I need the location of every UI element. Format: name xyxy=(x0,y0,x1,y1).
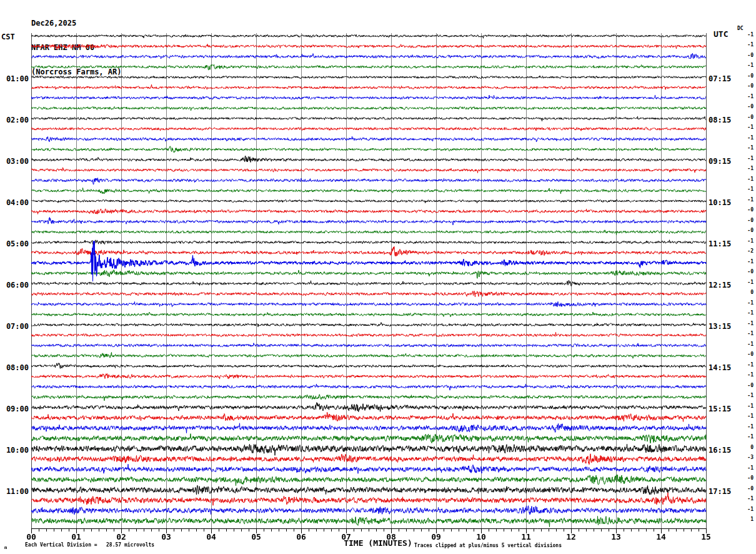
hour-label-utc: 12:15 xyxy=(709,281,737,290)
dc-value: -0 xyxy=(739,207,754,213)
hour-label-cst: 03:00 xyxy=(1,158,29,166)
dc-value: -1 xyxy=(739,94,754,99)
dc-value: -1 xyxy=(739,424,754,430)
dc-value: -1 xyxy=(739,197,754,203)
hour-label-utc: 14:15 xyxy=(709,364,737,372)
dc-value: -1 xyxy=(739,310,754,316)
dc-value: -1 xyxy=(739,341,754,347)
hour-label-cst: 06:00 xyxy=(1,281,29,290)
dc-value: -1 xyxy=(739,124,754,130)
dc-value: -0 xyxy=(739,104,754,109)
dc-value: -0 xyxy=(739,53,754,58)
dc-value: -0 xyxy=(739,83,754,89)
hour-label-cst: 10:00 xyxy=(1,446,29,455)
hour-label-utc: 13:15 xyxy=(709,323,737,331)
dc-value: -0 xyxy=(739,73,754,79)
dc-value: -0 xyxy=(739,351,754,357)
dc-column-header: DC xyxy=(737,26,744,31)
dc-value: -1 xyxy=(739,506,754,512)
dc-value: -1 xyxy=(739,403,754,409)
hour-label-utc: 16:15 xyxy=(709,446,737,455)
dc-value: -1 xyxy=(739,465,754,471)
hour-label-utc: 15:15 xyxy=(709,405,737,413)
dc-value: -0 xyxy=(739,383,754,388)
hour-label-cst: 04:00 xyxy=(1,199,29,207)
dc-value: -1 xyxy=(739,186,754,192)
dc-value: -0 xyxy=(739,218,754,223)
hour-label-utc: 11:15 xyxy=(709,240,737,248)
hour-label-cst: 01:00 xyxy=(1,75,29,83)
dc-value: -1 xyxy=(739,300,754,306)
dc-value: 0 xyxy=(739,290,754,295)
dc-value: -1 xyxy=(739,63,754,68)
dc-value: 1 xyxy=(739,516,754,522)
hour-label-cst: 11:00 xyxy=(1,488,29,496)
clipping-note: Traces clipped at plus/minus 5 vertical … xyxy=(414,543,562,548)
dc-value: -1 xyxy=(739,32,754,38)
hour-label-cst: 07:00 xyxy=(1,323,29,331)
dc-value: -1 xyxy=(739,156,754,161)
dc-value: -1 xyxy=(739,135,754,141)
dc-value: 0 xyxy=(739,445,754,450)
dc-value: -1 xyxy=(739,176,754,182)
dc-value: -0 xyxy=(739,486,754,491)
dc-value: -1 xyxy=(739,42,754,48)
dc-value: -0 xyxy=(739,475,754,481)
dc-value: -1 xyxy=(739,166,754,171)
dc-value: -1 xyxy=(739,321,754,326)
dc-value: -1 xyxy=(739,413,754,419)
dc-value: -1 xyxy=(739,145,754,151)
dc-value: -3 xyxy=(739,455,754,460)
hour-label-cst: 08:00 xyxy=(1,364,29,372)
corner-mark: m xyxy=(4,545,7,550)
hour-label-utc: 10:15 xyxy=(709,199,737,207)
hour-label-cst: 02:00 xyxy=(1,116,29,124)
vertical-division-note: Each Vertical Division = 28.57 microvolt… xyxy=(25,542,154,548)
dc-value: -1 xyxy=(739,434,754,440)
helicorder-canvas xyxy=(31,33,707,535)
dc-value: -0 xyxy=(739,269,754,274)
dc-value: -0 xyxy=(739,228,754,233)
dc-value: -1 xyxy=(739,238,754,244)
dc-value: -1 xyxy=(739,372,754,378)
dc-value: -1 xyxy=(739,259,754,264)
hour-label-cst: 05:00 xyxy=(1,240,29,248)
dc-value: -0 xyxy=(739,114,754,120)
left-timezone-label: CST xyxy=(1,33,15,41)
dc-value: -2 xyxy=(739,248,754,254)
dc-value: -1 xyxy=(739,496,754,501)
dc-value: -1 xyxy=(739,280,754,285)
dc-value: -1 xyxy=(739,362,754,368)
hour-label-utc: 08:15 xyxy=(709,116,737,124)
hour-label-cst: 09:00 xyxy=(1,405,29,413)
helicorder-screen: Dec26,2025 NFAR EHZ NM 00 (Norcross Farm… xyxy=(0,0,756,554)
dc-value: -1 xyxy=(739,393,754,398)
hour-label-utc: 09:15 xyxy=(709,158,737,166)
right-timezone-label: UTC xyxy=(714,29,728,39)
dc-value: -1 xyxy=(739,331,754,336)
title-date: Dec26,2025 xyxy=(31,19,122,28)
hour-label-utc: 17:15 xyxy=(709,488,737,496)
hour-label-utc: 07:15 xyxy=(709,75,737,83)
